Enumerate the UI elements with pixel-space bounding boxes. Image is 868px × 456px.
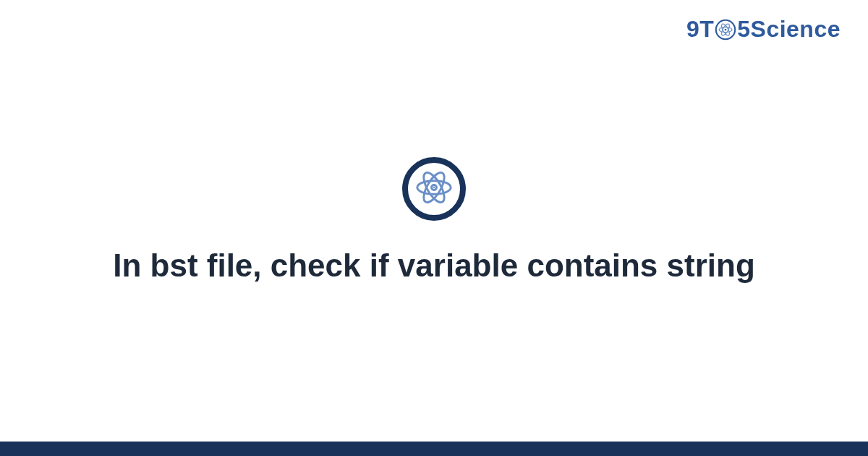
atom-icon (413, 166, 455, 211)
page-title: In bst file, check if variable contains … (113, 245, 755, 285)
logo-circle (402, 157, 466, 221)
footer-bar (0, 442, 868, 456)
svg-point-9 (433, 186, 435, 187)
main-content: In bst file, check if variable contains … (0, 0, 868, 442)
